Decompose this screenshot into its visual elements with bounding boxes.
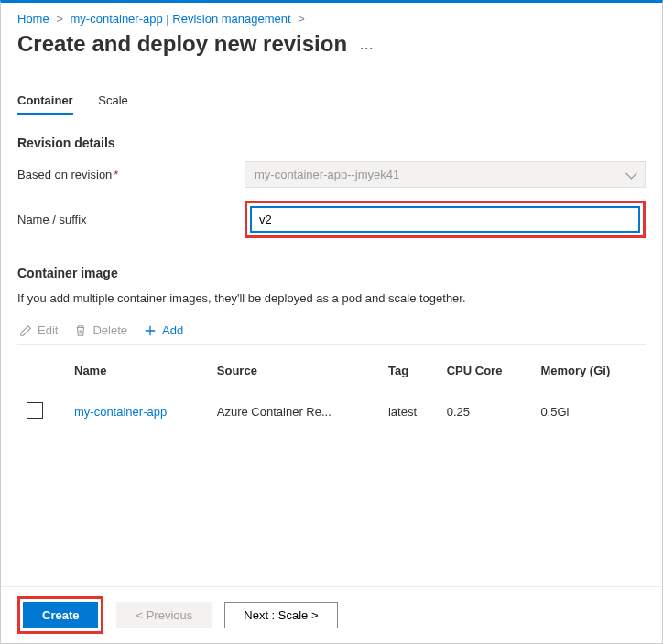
container-cpu: 0.25 (440, 389, 532, 434)
plus-icon (144, 324, 157, 337)
chevron-right-icon: > (294, 12, 309, 26)
container-table: Name Source Tag CPU Core Memory (Gi) my-… (17, 353, 646, 436)
col-cpu: CPU Core (440, 355, 532, 387)
next-button[interactable]: Next : Scale > (224, 602, 337, 628)
row-checkbox[interactable] (27, 402, 43, 419)
previous-button: < Previous (116, 602, 212, 628)
container-image-heading: Container image (17, 266, 646, 280)
tab-container[interactable]: Container (17, 88, 73, 115)
edit-button[interactable]: Edit (17, 322, 60, 339)
tab-scale[interactable]: Scale (98, 88, 128, 115)
col-tag: Tag (381, 355, 438, 387)
footer: Create < Previous Next : Scale > (1, 586, 662, 643)
container-image-note: If you add multiple container images, th… (17, 291, 646, 305)
breadcrumb: Home > my-container-app | Revision manag… (17, 12, 646, 26)
table-row: my-container-app Azure Container Re... l… (19, 389, 644, 434)
container-name-link[interactable]: my-container-app (74, 405, 167, 419)
based-on-revision-select[interactable]: my-container-app--jmyek41 (245, 161, 646, 188)
page-title: Create and deploy new revision (17, 31, 347, 57)
create-button[interactable]: Create (23, 602, 98, 628)
breadcrumb-app[interactable]: my-container-app | Revision management (71, 12, 291, 26)
container-memory: 0.5Gi (533, 389, 644, 434)
pencil-icon (19, 324, 32, 337)
delete-button[interactable]: Delete (72, 322, 129, 339)
based-on-revision-label: Based on revision* (17, 168, 245, 181)
trash-icon (74, 324, 87, 337)
name-suffix-input[interactable] (250, 206, 640, 233)
add-button[interactable]: Add (142, 322, 185, 339)
more-actions-button[interactable]: ··· (360, 38, 374, 58)
col-name: Name (67, 355, 208, 387)
chevron-right-icon: > (52, 12, 67, 26)
breadcrumb-home[interactable]: Home (17, 12, 49, 26)
tabs: Container Scale (17, 88, 646, 115)
container-tag: latest (381, 389, 438, 434)
container-source: Azure Container Re... (210, 389, 379, 434)
name-suffix-label: Name / suffix (17, 213, 245, 226)
col-memory: Memory (Gi) (533, 355, 644, 387)
container-toolbar: Edit Delete Add (17, 322, 646, 345)
col-source: Source (210, 355, 379, 387)
revision-details-heading: Revision details (17, 136, 646, 150)
